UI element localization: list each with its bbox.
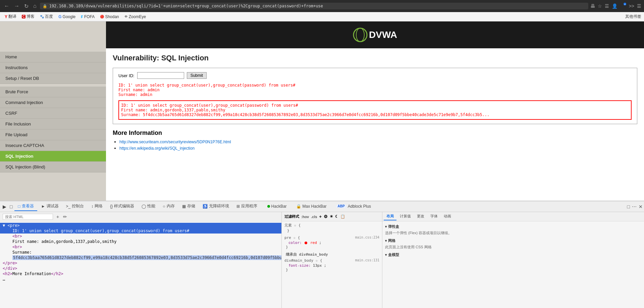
devtools-responsive-icon[interactable]: □ [8,204,14,209]
extensions-icon[interactable]: 🖶 [590,3,595,9]
css-selector-element: 元素 ☆ { [284,223,379,228]
sidebar-item-file-inclusion[interactable]: File Inclusion [0,119,106,130]
css-copy-icon[interactable]: 📋 [340,214,345,219]
sidebar-item-csrf[interactable]: CSRF [0,108,106,119]
devtools-tab-storage[interactable]: ▦ 存储 [179,202,199,211]
user-id-input[interactable] [137,72,184,79]
cls-label[interactable]: .cls [311,215,317,219]
layout-tab-fonts[interactable]: 字体 [428,213,440,220]
pre-open-tag: <pre> [7,223,19,228]
bookmark-fofa-label: FOFA [84,14,95,19]
devtools-tab-console[interactable]: >_ 控制台 [63,202,88,211]
result-highlighted: ID: 1' union select group_concat(user),g… [118,100,632,120]
css-panel: 过滤样式 :hov .cls + ⚙ ☀ ☾ 📋 元素 ☆ { } [282,212,382,308]
bookmark-youdao-label: 翻译 [8,14,16,19]
other-bookmarks[interactable]: 其他书签 [625,14,641,19]
bookmark-youdao[interactable]: Y 翻译 [3,13,18,20]
box-model-section-title: 盒模型 [385,252,641,257]
css-light-icon[interactable]: ☀ [330,214,333,219]
network-label: 网络 [95,203,103,209]
firstname-text: First name: admin,gordonb,1337,pablo,smi… [12,239,117,244]
sidebar-item-home[interactable]: Home [0,52,106,62]
html-line-h2: <h2> More Information </h2> [0,271,281,276]
surname-label-text: Surname: [12,250,32,255]
devtools-ext-maxhackbar[interactable]: 🔒 Max HackBar [293,203,330,211]
hackbar-label: HackBar [271,204,287,209]
style-editor-icon: {} [110,204,113,209]
html-line-firstname: First name: admin,gordonb,1337,pablo,smi… [0,239,281,244]
devtools-close-icon[interactable]: ✕ [639,204,643,209]
profile-icon[interactable]: 👤 [612,3,618,9]
bookmark-zoomeye[interactable]: 👁 ZoomEye [122,14,148,20]
devtools-tab-accessibility[interactable]: ♿ 无障碍环境 [199,202,232,211]
bookmark-star-icon[interactable]: ☆ [598,3,602,9]
devtools-pick-icon[interactable]: ▶ [1,204,8,209]
search-html-input[interactable] [3,214,53,220]
css-settings-icon[interactable]: ⚙ [324,214,328,219]
devtools-panel: ▶ □ □ 查看器 ► 调试器 >_ 控制台 ↕ 网络 {} 样式编辑器 ◯ 性… [0,201,644,308]
add-node-icon[interactable]: + [56,213,60,220]
application-label: 应用程序 [241,203,257,209]
devtools-undock-icon[interactable]: □ [627,204,630,209]
sidebar-item-insecure-captcha[interactable]: Insecure CAPTCHA [0,140,106,151]
reload-button[interactable]: ↻ [23,2,30,10]
devtools-ext-adblock[interactable]: ABP Adblock Plus [333,203,375,211]
devtools-tab-style-editor[interactable]: {} 样式编辑器 [107,202,138,211]
layout-tab-changes[interactable]: 更改 [414,213,427,220]
devtools-more-icon[interactable]: ⋯ [632,204,637,209]
devtools-tab-performance[interactable]: ◯ 性能 [138,202,159,211]
bookmark-shodan[interactable]: 🔴 Shodan [98,14,121,20]
memory-icon: ○ [163,204,165,209]
sidebar-item-file-upload[interactable]: File Upload [0,130,106,140]
html-line-br1: <br> [0,234,281,239]
html-panel: + ✏ ▼ <pre> ID: 1' union select group_co… [0,212,282,308]
layout-panel: 布局 计算值 更改 字体 动画 弹性盒 选择一个弹性 (Flex) 容器或项目以… [382,212,644,308]
bookmark-fofa[interactable]: F FOFA [79,14,97,20]
hov-label[interactable]: :hov [301,215,309,219]
home-button[interactable]: ⌂ [32,2,38,10]
devtools-tab-application[interactable]: ⊞ 应用程序 [233,202,261,211]
adblock-label: Adblock Plus [348,204,371,209]
sidebar-item-sql-injection[interactable]: SQL Injection [0,151,106,162]
devtools-ext-hackbar[interactable]: HackBar [264,203,290,211]
filter-label: 过滤样式 [284,214,299,219]
layout-tab-computed[interactable]: 计算值 [397,213,414,220]
more-info-link-1[interactable]: http://www.securiteam.com/securityreview… [119,140,231,144]
layout-tab-animation[interactable]: 动画 [441,213,454,220]
devtools-tab-inspector[interactable]: □ 查看器 [14,202,37,211]
sidebar-item-command-injection[interactable]: Command Injection [0,97,106,108]
sidebar-item-instructions[interactable]: Instructions [0,62,106,73]
forward-button[interactable]: → [13,2,21,10]
layout-tab-layout[interactable]: 布局 [384,213,396,220]
devtools-tab-memory[interactable]: ○ 内存 [159,202,178,211]
devtools-tab-network[interactable]: ↕ 网络 [88,202,106,211]
devtools-controls: □ ⋯ ✕ [627,204,643,209]
css-dark-icon[interactable]: ☾ [335,214,338,219]
devtools-tab-debugger[interactable]: ► 调试器 [38,202,62,211]
address-bar-input[interactable] [49,4,586,8]
add-css-icon[interactable]: + [319,214,322,219]
bookmark-baidu[interactable]: 🐾 百度 [38,13,55,20]
css-section-pre: pre ☆ { main.css:234 color: red ; } [284,236,379,249]
sidebar-item-sql-injection-blind[interactable]: SQL Injection (Blind) [0,162,106,172]
surname-value-text: 5f4dcc3b5aa765d61d8327deb882cf99,e99a18c… [12,255,281,260]
back-button[interactable]: ← [3,2,11,10]
submit-button[interactable]: Submit [187,72,207,79]
sidebar-icon[interactable]: ☰ [605,3,609,9]
pre-tag-open: ▼ [3,223,7,228]
notifications-icon[interactable]: 4 [620,3,626,10]
sidebar-item-setup[interactable]: Setup / Reset DB [0,73,106,84]
menu-icon[interactable]: ☰ [637,3,641,9]
css-pre-header: pre ☆ { main.css:234 [284,236,379,241]
maxhackbar-icon: 🔒 [296,204,301,209]
more-icon[interactable]: >> [629,3,634,9]
bookmark-google[interactable]: G Google [56,14,77,20]
security-icon: 🔒 [43,4,47,8]
screenshot-icon[interactable]: ✏ [62,213,68,220]
layout-tabs: 布局 计算值 更改 字体 动画 [382,212,644,221]
storage-icon: ▦ [182,204,186,209]
vulnerability-box: User ID: Submit ID: 1' union select grou… [113,68,637,124]
more-info-link-2[interactable]: https://en.wikipedia.org/wiki/SQL_inject… [119,146,195,151]
bookmark-cnblogs[interactable]: C 博客 [20,13,37,20]
sidebar-item-brute-force[interactable]: Brute Force [0,87,106,97]
